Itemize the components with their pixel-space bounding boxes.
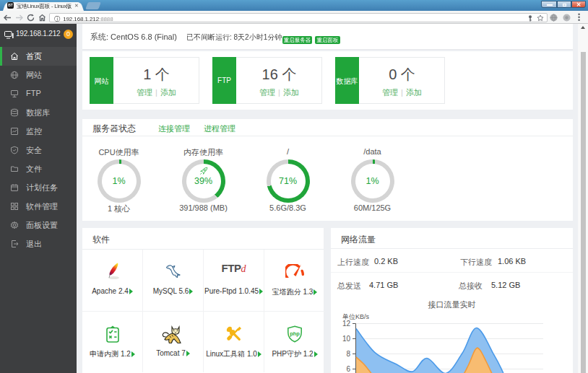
svg-text:12: 12 [342,320,351,328]
svg-text:6: 6 [346,365,350,373]
svg-text:php: php [290,330,300,337]
svg-text:10: 10 [342,335,351,343]
svg-text:8: 8 [346,350,350,358]
